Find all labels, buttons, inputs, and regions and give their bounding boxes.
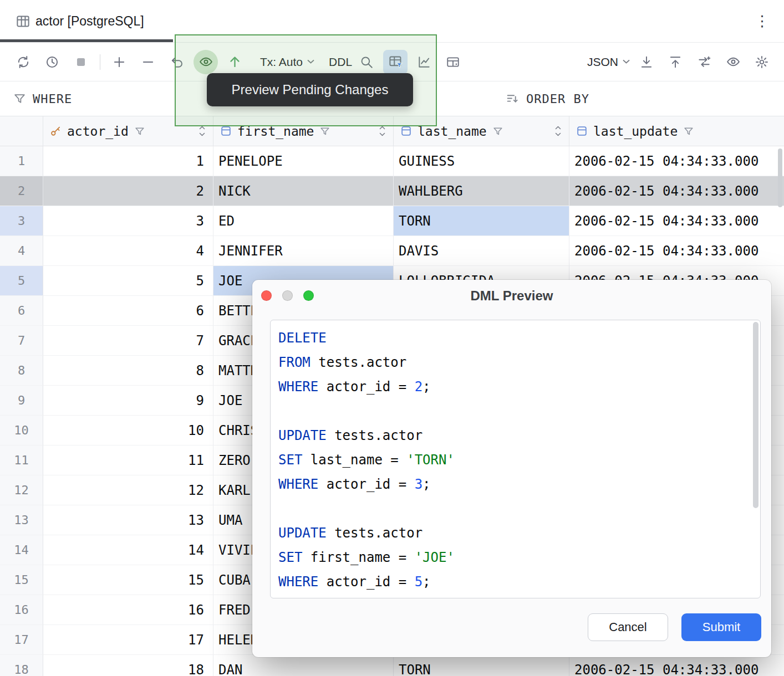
cell-last-name[interactable]: WAHLBERG	[394, 176, 569, 206]
where-filter-field[interactable]: WHERE	[13, 92, 72, 106]
preview-pending-changes-button[interactable]	[194, 50, 218, 74]
cell-last-name[interactable]: GUINESS	[394, 146, 569, 176]
cell-actor-id[interactable]: 6	[43, 296, 213, 326]
row-number[interactable]: 18	[0, 655, 43, 676]
row-number[interactable]: 12	[0, 475, 43, 505]
cell-last-update[interactable]: 2006-02-15 04:34:33.000	[569, 146, 784, 176]
corner-cell[interactable]	[0, 116, 43, 146]
row-number[interactable]: 1	[0, 146, 43, 176]
find-button[interactable]	[354, 50, 379, 74]
export-format-dropdown[interactable]: JSON	[587, 55, 630, 69]
cell-last-name[interactable]: TORN	[394, 655, 569, 676]
stop-button[interactable]	[69, 50, 93, 74]
cell-actor-id[interactable]: 10	[43, 416, 213, 445]
row-number[interactable]: 17	[0, 625, 43, 655]
tab-title: actor [PostgreSQL]	[35, 0, 144, 42]
row-number[interactable]: 7	[0, 326, 43, 356]
row-number[interactable]: 11	[0, 445, 43, 475]
cell-first-name[interactable]: NICK	[213, 176, 394, 206]
cell-actor-id[interactable]: 18	[43, 655, 213, 676]
dml-preview-dialog: DML Preview DELETEFROM tests.actorWHERE …	[252, 280, 771, 657]
cell-actor-id[interactable]: 17	[43, 625, 213, 655]
cell-actor-id[interactable]: 9	[43, 386, 213, 416]
settings-button[interactable]	[750, 50, 774, 74]
cell-first-name[interactable]: ED	[213, 206, 394, 236]
sql-line: WHERE actor_id = 5;	[278, 570, 760, 594]
row-number[interactable]: 6	[0, 296, 43, 326]
import-data-button[interactable]	[634, 50, 659, 74]
row-number[interactable]: 10	[0, 416, 43, 445]
cell-actor-id[interactable]: 11	[43, 445, 213, 475]
row-number[interactable]: 15	[0, 565, 43, 595]
cell-actor-id[interactable]: 2	[43, 176, 213, 206]
refresh-button[interactable]	[11, 50, 35, 74]
column-filter-icon[interactable]	[492, 126, 503, 137]
column-header-first_name[interactable]: first_name	[213, 116, 394, 146]
row-number[interactable]: 9	[0, 386, 43, 416]
cell-last-name[interactable]: DAVIS	[394, 236, 569, 266]
row-number[interactable]: 4	[0, 236, 43, 266]
cancel-button[interactable]: Cancel	[588, 613, 668, 641]
cell-actor-id[interactable]: 5	[43, 266, 213, 296]
row-number[interactable]: 13	[0, 505, 43, 535]
cell-first-name[interactable]: JENNIFER	[213, 236, 394, 266]
row-number[interactable]: 3	[0, 206, 43, 236]
ddl-label: DDL	[329, 55, 352, 69]
row-number[interactable]: 2	[0, 176, 43, 206]
grid-scrollbar[interactable]	[778, 148, 782, 207]
order-by-field[interactable]: ORDER BY	[506, 92, 589, 106]
filter-rows-toggle[interactable]	[383, 50, 408, 74]
column-header-label: actor_id	[67, 124, 129, 139]
data-views-button[interactable]	[721, 50, 745, 74]
table-view-options-button[interactable]	[441, 50, 465, 74]
preview-changes-icon	[198, 54, 213, 69]
column-icon	[400, 125, 412, 137]
export-data-button[interactable]	[663, 50, 688, 74]
toolbar-right-group: JSON	[583, 50, 774, 74]
compare-data-button[interactable]	[692, 50, 716, 74]
ddl-button[interactable]: DDL	[329, 55, 352, 69]
kebab-menu-icon[interactable]: ⋮	[755, 12, 770, 30]
cell-last-update[interactable]: 2006-02-15 04:34:33.000	[569, 655, 784, 676]
row-number[interactable]: 16	[0, 595, 43, 625]
cell-actor-id[interactable]: 16	[43, 595, 213, 625]
upload-arrow-icon	[668, 55, 683, 69]
row-number[interactable]: 14	[0, 535, 43, 565]
sort-arrows-icon[interactable]	[378, 124, 386, 138]
cell-actor-id[interactable]: 1	[43, 146, 213, 176]
submit-button[interactable]: Submit	[681, 613, 761, 641]
column-header-actor_id[interactable]: actor_id	[43, 116, 213, 146]
tx-mode-dropdown[interactable]: Tx: Auto	[260, 55, 314, 69]
cell-last-update[interactable]: 2006-02-15 04:34:33.000	[569, 176, 784, 206]
row-number[interactable]: 5	[0, 266, 43, 296]
cell-actor-id[interactable]: 4	[43, 236, 213, 266]
cell-actor-id[interactable]: 8	[43, 356, 213, 386]
column-filter-icon[interactable]	[683, 126, 694, 137]
cell-actor-id[interactable]: 13	[43, 505, 213, 535]
cell-actor-id[interactable]: 12	[43, 475, 213, 505]
submit-changes-button[interactable]	[222, 50, 247, 74]
column-header-last_name[interactable]: last_name	[394, 116, 569, 146]
cell-first-name[interactable]: PENELOPE	[213, 146, 394, 176]
chart-button[interactable]	[412, 50, 436, 74]
column-header-last_update[interactable]: last_update	[569, 116, 784, 146]
cell-first-name[interactable]: DAN	[213, 655, 394, 676]
dialog-scrollbar[interactable]	[753, 322, 758, 508]
row-number[interactable]: 8	[0, 356, 43, 386]
cell-last-update[interactable]: 2006-02-15 04:34:33.000	[569, 236, 784, 266]
add-row-button[interactable]	[107, 50, 131, 74]
cell-actor-id[interactable]: 7	[43, 326, 213, 356]
column-filter-icon[interactable]	[319, 126, 330, 137]
cell-actor-id[interactable]: 3	[43, 206, 213, 236]
cell-last-name[interactable]: TORN	[394, 206, 569, 236]
history-button[interactable]	[40, 50, 64, 74]
cell-actor-id[interactable]: 14	[43, 535, 213, 565]
cell-actor-id[interactable]: 15	[43, 565, 213, 595]
table-row: 11PENELOPEGUINESS2006-02-15 04:34:33.000	[0, 146, 784, 176]
revert-changes-button[interactable]	[165, 50, 189, 74]
sort-arrows-icon[interactable]	[198, 124, 206, 138]
delete-row-button[interactable]	[136, 50, 160, 74]
cell-last-update[interactable]: 2006-02-15 04:34:33.000	[569, 206, 784, 236]
column-filter-icon[interactable]	[134, 126, 145, 137]
sort-arrows-icon[interactable]	[554, 124, 562, 138]
